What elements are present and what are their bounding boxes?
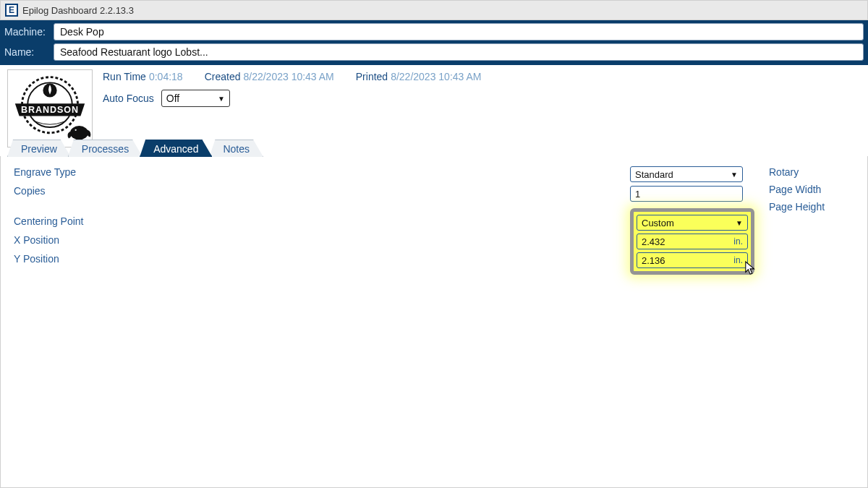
window-title: Epilog Dashboard 2.2.13.3 xyxy=(22,5,134,16)
runtime-label: Run Time xyxy=(103,71,146,82)
x-position-value: 2.432 xyxy=(642,236,665,247)
tab-processes[interactable]: Processes xyxy=(68,140,142,157)
copies-label: Copies xyxy=(14,185,616,197)
autofocus-label: Auto Focus xyxy=(103,93,154,104)
runtime-value: 0:04:18 xyxy=(149,71,183,82)
name-value: Seafood Restuarant logo Lobst... xyxy=(60,46,208,58)
tab-advanced[interactable]: Advanced xyxy=(140,140,212,157)
autofocus-row: Auto Focus Off ▼ xyxy=(103,90,861,107)
window-titlebar: E Epilog Dashboard 2.2.13.3 xyxy=(0,0,868,20)
page-width-label: Page Width xyxy=(769,184,854,195)
engrave-type-label: Engrave Type xyxy=(14,166,616,178)
created-label: Created xyxy=(205,71,241,82)
printed-label: Printed xyxy=(356,71,388,82)
tab-notes[interactable]: Notes xyxy=(209,140,263,157)
engrave-type-select[interactable]: Standard ▼ xyxy=(630,166,743,182)
chevron-down-icon: ▼ xyxy=(731,171,738,179)
y-position-label: Y Position xyxy=(14,253,616,265)
x-position-label: X Position xyxy=(14,234,616,246)
name-label: Name: xyxy=(4,46,48,58)
name-row: Name: Seafood Restuarant logo Lobst... xyxy=(4,43,864,61)
autofocus-select[interactable]: Off ▼ xyxy=(161,90,230,107)
name-field[interactable]: Seafood Restuarant logo Lobst... xyxy=(54,43,864,61)
created-value: 8/22/2023 10:43 AM xyxy=(243,71,333,82)
header-panel: Machine: Desk Pop Name: Seafood Restuara… xyxy=(0,20,868,65)
fields-column: Standard ▼ 1 Custom ▼ 2.432 in. 2.136 in… xyxy=(630,166,753,477)
y-position-input[interactable]: 2.136 in. xyxy=(637,252,748,268)
chevron-down-icon: ▼ xyxy=(736,219,743,227)
labels-column: Engrave Type Copies Centering Point X Po… xyxy=(14,166,616,477)
printed-value: 8/22/2023 10:43 AM xyxy=(391,71,481,82)
logo-icon: BRANDSON xyxy=(8,70,92,147)
y-unit: in. xyxy=(733,255,743,265)
info-strip: BRANDSON Run Time0:04:18 Created8/22/202… xyxy=(0,65,868,156)
copies-input[interactable]: 1 xyxy=(630,186,743,202)
machine-value: Desk Pop xyxy=(60,26,104,38)
tabs: Preview Processes Advanced Notes xyxy=(7,140,260,157)
machine-field[interactable]: Desk Pop xyxy=(54,23,864,40)
app-icon: E xyxy=(5,4,18,17)
info-line-1: Run Time0:04:18 Created8/22/2023 10:43 A… xyxy=(103,71,861,82)
svg-point-4 xyxy=(70,126,88,140)
page-height-label: Page Height xyxy=(769,201,854,213)
right-column: Rotary Page Width Page Height xyxy=(767,166,854,477)
centering-point-select[interactable]: Custom ▼ xyxy=(637,215,748,231)
engrave-type-value: Standard xyxy=(635,169,673,180)
svg-text:BRANDSON: BRANDSON xyxy=(21,105,79,115)
centering-point-label: Centering Point xyxy=(14,215,616,227)
chevron-down-icon: ▼ xyxy=(218,95,225,103)
copies-value: 1 xyxy=(635,189,640,200)
highlighted-position-group: Custom ▼ 2.432 in. 2.136 in. xyxy=(630,208,754,275)
tab-preview[interactable]: Preview xyxy=(7,140,71,157)
svg-point-5 xyxy=(75,129,76,131)
x-unit: in. xyxy=(733,236,743,247)
y-position-value: 2.136 xyxy=(642,255,665,266)
advanced-panel: Engrave Type Copies Centering Point X Po… xyxy=(0,156,868,488)
rotary-label: Rotary xyxy=(769,166,854,178)
centering-point-value: Custom xyxy=(642,218,674,228)
x-position-input[interactable]: 2.432 in. xyxy=(637,234,748,249)
info-right: Run Time0:04:18 Created8/22/2023 10:43 A… xyxy=(103,69,861,107)
autofocus-value: Off xyxy=(166,93,179,104)
job-thumbnail: BRANDSON xyxy=(7,69,93,147)
machine-label: Machine: xyxy=(4,26,48,38)
machine-row: Machine: Desk Pop xyxy=(4,23,864,40)
